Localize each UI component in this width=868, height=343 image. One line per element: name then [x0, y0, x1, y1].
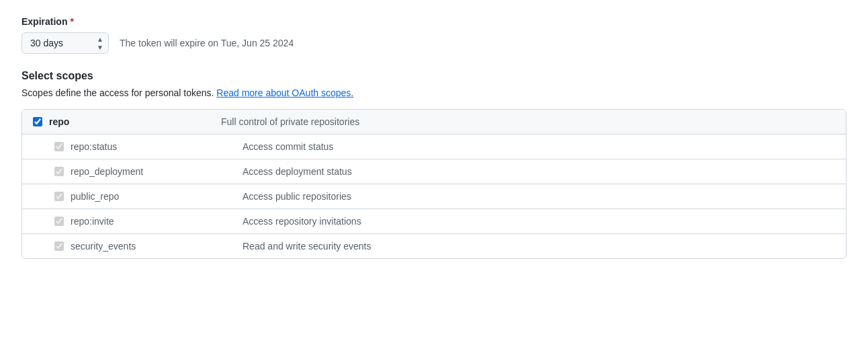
required-indicator: * — [70, 16, 73, 27]
expiration-controls: 7 days 30 days 60 days 90 days Custom No… — [21, 32, 847, 54]
scope-checkbox-wrapper-repo-status: repo:status — [54, 141, 243, 152]
scopes-title: Select scopes — [21, 70, 847, 82]
expiration-select-container: 7 days 30 days 60 days 90 days Custom No… — [21, 32, 109, 54]
scope-checkbox-wrapper-repo-deployment: repo_deployment — [54, 166, 243, 177]
scope-desc-repo-invite: Access repository invitations — [243, 216, 835, 227]
scopes-box: repo Full control of private repositorie… — [21, 109, 847, 259]
scope-checkbox-security-events[interactable] — [54, 241, 64, 251]
scope-row-repo-invite: repo:invite Access repository invitation… — [22, 209, 846, 234]
scope-checkbox-public-repo[interactable] — [54, 192, 64, 201]
scope-desc-public-repo: Access public repositories — [243, 191, 835, 202]
scope-desc-repo-status: Access commit status — [243, 141, 835, 152]
oauth-scopes-link[interactable]: Read more about OAuth scopes. — [216, 87, 353, 98]
scope-name-repo-status[interactable]: repo:status — [71, 141, 117, 152]
scope-name-repo-deployment[interactable]: repo_deployment — [71, 166, 143, 177]
scope-name-repo-invite[interactable]: repo:invite — [71, 216, 114, 227]
scope-checkbox-wrapper-repo-invite: repo:invite — [54, 216, 243, 227]
scopes-section: Select scopes Scopes define the access f… — [21, 70, 847, 259]
scope-row-public-repo: public_repo Access public repositories — [22, 184, 846, 209]
scope-checkbox-repo-status[interactable] — [54, 142, 64, 151]
scope-name-repo[interactable]: repo — [49, 116, 69, 127]
scope-name-security-events[interactable]: security_events — [71, 241, 136, 252]
scope-row-repo-status: repo:status Access commit status — [22, 135, 846, 159]
scope-checkbox-wrapper-public-repo: public_repo — [54, 191, 243, 202]
expiration-section: Expiration * 7 days 30 days 60 days 90 d… — [21, 16, 847, 54]
scope-row-repo-deployment: repo_deployment Access deployment status — [22, 159, 846, 184]
scope-row-security-events: security_events Read and write security … — [22, 234, 846, 258]
scope-checkbox-repo-invite[interactable] — [54, 217, 64, 226]
scope-desc-repo: Full control of private repositories — [221, 116, 835, 127]
scope-row-repo: repo Full control of private repositorie… — [22, 110, 846, 135]
scope-checkbox-wrapper-repo: repo — [33, 116, 221, 127]
scope-name-public-repo[interactable]: public_repo — [71, 191, 119, 202]
scope-checkbox-repo[interactable] — [33, 117, 42, 126]
scope-desc-repo-deployment: Access deployment status — [243, 166, 835, 177]
scope-checkbox-wrapper-security-events: security_events — [54, 241, 243, 252]
scope-checkbox-repo-deployment[interactable] — [54, 167, 64, 176]
expiration-label-text: Expiration — [21, 16, 67, 27]
scopes-description-text: Scopes define the access for personal to… — [21, 87, 214, 98]
expiration-select[interactable]: 7 days 30 days 60 days 90 days Custom No… — [21, 32, 109, 54]
scopes-description: Scopes define the access for personal to… — [21, 87, 847, 98]
expiry-note: The token will expire on Tue, Jun 25 202… — [120, 38, 294, 48]
expiration-label: Expiration * — [21, 16, 847, 27]
scope-desc-security-events: Read and write security events — [243, 241, 835, 252]
